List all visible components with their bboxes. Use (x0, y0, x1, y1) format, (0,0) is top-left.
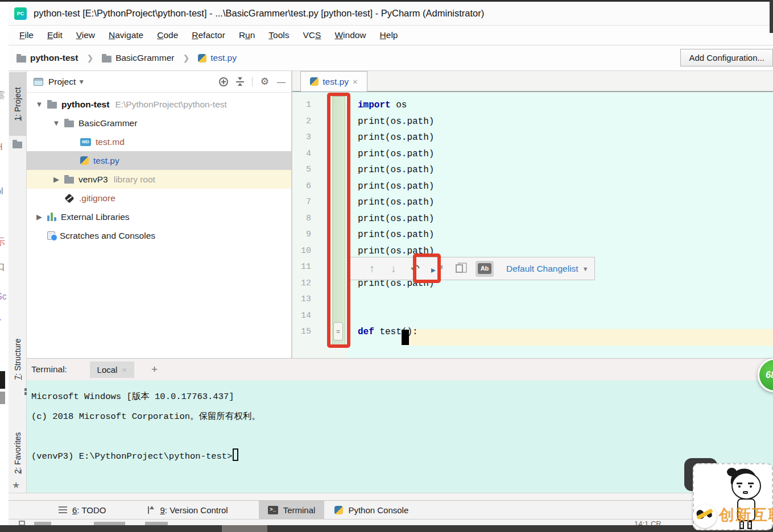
chevron-right-icon[interactable]: ▶ (48, 175, 64, 184)
tree-item-venvp3[interactable]: ▶venvP3library root (27, 170, 291, 189)
breadcrumb: python-test❯BasicGrammer❯test.py (16, 53, 237, 63)
terminal-icon: >_ (268, 506, 278, 514)
sidebar-tab-favorites[interactable]: 2: Favorites (9, 427, 26, 479)
code-lines: import osprint(os.path)print(os.path)pri… (358, 97, 434, 340)
md-icon: MD (80, 138, 91, 146)
terminal-tool-window: Terminal: Local × + Microsoft Windows [版… (27, 358, 773, 493)
add-configuration-button[interactable]: Add Configuration... (680, 49, 773, 66)
project-panel-header: Project ▼ ⚙ — (27, 71, 291, 93)
move-down-icon[interactable]: ↓ (383, 263, 404, 274)
tree-item-label: External Libraries (61, 212, 130, 222)
close-icon[interactable]: × (353, 77, 358, 86)
menu-code[interactable]: Code (151, 28, 184, 42)
editor-tab-label: test.py (323, 77, 349, 87)
gear-icon[interactable]: ⚙ (261, 77, 269, 86)
current-line-highlight (402, 329, 773, 346)
breadcrumb-item[interactable]: BasicGrammer (115, 53, 174, 63)
tree-item-test-md[interactable]: MDtest.md (27, 132, 291, 151)
tree-item-label: test.md (96, 137, 125, 147)
toolwindow-button-9-version-control[interactable]: 9: Version Control (138, 501, 237, 519)
pycharm-logo-icon: PC (14, 7, 27, 20)
libs-icon (47, 213, 56, 221)
sidebar-tab-structure[interactable]: 7: Structure (9, 336, 26, 382)
menu-run[interactable]: Run (233, 28, 261, 42)
toolwindow-button-6-todo[interactable]: 6: TODO (49, 501, 115, 519)
tree-item-label: BasicGrammer (78, 118, 137, 128)
toolwindow-button-label: 6: TODO (72, 505, 106, 515)
toolbar-separator (252, 77, 253, 86)
py-icon (80, 156, 89, 165)
hide-panel-icon[interactable]: — (277, 77, 286, 86)
terminal-line: (venvP3) E:\PythonProject\python-test> (31, 447, 773, 467)
brand-watermark-text: 创新互联 (719, 506, 773, 523)
chevron-down-icon[interactable]: ▼ (31, 100, 47, 109)
ab-icon: Ab (478, 263, 491, 274)
browser-scrollbar-fragment[interactable] (770, 0, 773, 33)
terminal-output[interactable]: Microsoft Windows [版本 10.0.17763.437](c)… (27, 380, 773, 467)
project-tool-window: Project ▼ ⚙ — ▼python-testE:\PythonProje… (27, 71, 292, 358)
code-line-15: def test(): (358, 324, 434, 340)
todo-list-icon (59, 506, 67, 513)
code-line-3: print(os.path) (358, 130, 434, 146)
margin-glyph-fragment: ( (0, 7, 9, 17)
code-line-7: print(os.path) (358, 194, 434, 211)
menu-edit[interactable]: Edit (41, 28, 69, 42)
screenshot-bottom-crop-strip (0, 525, 773, 532)
project-panel-title[interactable]: Project (48, 77, 76, 87)
tree-item-label: .gitignore (79, 193, 115, 203)
tree-item-test-py[interactable]: test.py (27, 151, 291, 170)
margin-glyph-fragment: Sc (0, 292, 9, 302)
terminal-tab-local[interactable]: Local × (90, 361, 134, 378)
breadcrumb-item[interactable]: python-test (30, 53, 78, 63)
menu-navigate[interactable]: Navigate (102, 28, 150, 42)
changelist-dropdown[interactable]: Default Changelist (506, 264, 578, 274)
brand-sticker[interactable]: 创新互联 (693, 463, 773, 530)
close-icon[interactable]: × (122, 365, 127, 375)
folder-icon (16, 56, 26, 63)
terminal-header: Terminal: Local × + (27, 359, 773, 380)
chevron-down-icon[interactable]: ▼ (48, 119, 64, 127)
code-line-5: print(os.path) (358, 162, 434, 178)
menu-view[interactable]: View (70, 28, 101, 42)
editor-tab-testpy[interactable]: test.py × (300, 71, 367, 92)
collapse-all-icon[interactable] (236, 77, 244, 86)
tree-item-suffix: library root (114, 174, 155, 185)
tree-item-label: venvP3 (78, 174, 108, 185)
breadcrumb-separator: ❯ (86, 53, 93, 63)
menu-tools[interactable]: Tools (262, 28, 295, 42)
rename-changelist-button[interactable]: Ab (476, 261, 494, 277)
new-terminal-session-icon[interactable]: + (151, 363, 158, 376)
chevron-down-icon[interactable]: ▼ (78, 78, 85, 86)
code-line-14 (358, 308, 434, 325)
menu-refactor[interactable]: Refactor (185, 28, 232, 42)
tree-item-basicgrammer[interactable]: ▼BasicGrammer (27, 114, 291, 132)
menu-help[interactable]: Help (374, 28, 404, 42)
title-bar: PC python-test [E:\PythonProject\python-… (9, 2, 773, 26)
copy-icon[interactable] (456, 264, 463, 273)
text-caret (402, 330, 409, 345)
margin-glyph-fragment: 口 (0, 261, 9, 273)
chevron-right-icon[interactable]: ▶ (31, 213, 47, 221)
breadcrumb-bar: python-test❯BasicGrammer❯test.py Add Con… (9, 45, 773, 71)
tree-item--gitignore[interactable]: .gitignore (27, 189, 291, 207)
code-area[interactable]: import osprint(os.path)print(os.path)pri… (347, 93, 773, 358)
chevron-down-icon[interactable]: ▼ (582, 265, 589, 272)
tree-item-suffix: E:\PythonProject\python-test (115, 99, 226, 110)
tree-item-label: Scratches and Consoles (60, 231, 155, 241)
page-margin-dark-block (0, 371, 5, 389)
sidebar-tab-project[interactable]: 1: Project (9, 72, 26, 136)
toolwindow-button-label: 9: Version Control (160, 505, 228, 515)
tree-item-python-test[interactable]: ▼python-testE:\PythonProject\python-test (27, 95, 291, 114)
menu-file[interactable]: File (13, 28, 40, 42)
toolwindow-button-python-console[interactable]: Python Console (325, 501, 417, 519)
toolwindow-button-terminal[interactable]: >_Terminal (259, 501, 325, 519)
tree-item-scratches-and-consoles[interactable]: Scratches and Consoles (27, 226, 291, 245)
breadcrumb-item[interactable]: test.py (210, 53, 237, 63)
move-up-icon[interactable]: ↑ (361, 263, 383, 274)
breadcrumb-separator: ❯ (183, 53, 189, 63)
code-line-4: print(os.path) (358, 146, 434, 163)
locate-file-icon[interactable] (219, 77, 228, 86)
menu-window[interactable]: Window (328, 28, 372, 42)
tree-item-external-libraries[interactable]: ▶External Libraries (27, 207, 291, 226)
menu-vcs[interactable]: VCS (297, 28, 328, 42)
